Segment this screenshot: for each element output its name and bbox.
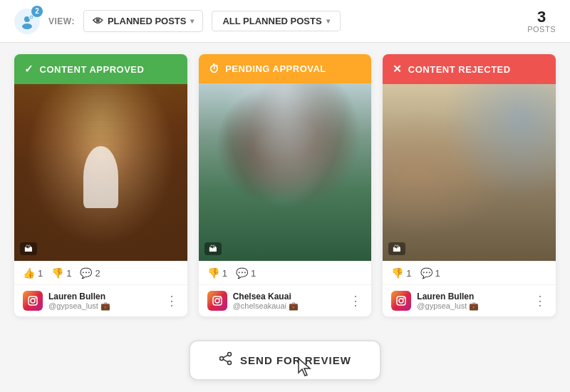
- bottom-bar: SEND FOR REVIEW: [0, 328, 570, 392]
- approved-image: 🏔: [14, 84, 187, 261]
- more-options-approved[interactable]: ⋮: [165, 294, 179, 307]
- filter-dropdown[interactable]: ALL PLANNED POSTS ▾: [212, 11, 340, 31]
- thumbs-up-icon: 👍: [23, 267, 35, 279]
- svg-point-9: [215, 299, 219, 303]
- reactions-rejected: 👎 1 💬 1: [383, 261, 556, 284]
- card-pending: ⏱ PENDING APPROVAL 🏔 👎 1 💬 1: [199, 54, 372, 316]
- x-icon: ✕: [393, 63, 403, 76]
- avatar-badge[interactable]: 2: [14, 9, 40, 34]
- reaction-comment-rejected[interactable]: 💬 1: [420, 267, 440, 279]
- posts-number: 3: [527, 9, 556, 25]
- instagram-icon-approved: [23, 291, 43, 311]
- svg-point-6: [31, 299, 35, 303]
- user-handle-rejected: @gypsea_lust 💼: [417, 301, 528, 311]
- reactions-approved: 👍 1 👎 1 💬 2: [14, 261, 187, 284]
- user-name-rejected: Lauren Bullen: [417, 292, 528, 301]
- rejected-header-label: CONTENT REJECTED: [408, 64, 511, 75]
- view-dropdown[interactable]: 👁 PLANNED POSTS ▾: [83, 10, 204, 32]
- card-header-rejected: ✕ CONTENT REJECTED: [383, 54, 556, 84]
- reaction-dislike-rejected[interactable]: 👎 1: [391, 267, 411, 279]
- badge-count: 2: [31, 6, 43, 17]
- dislike-count-pending: 1: [222, 268, 227, 279]
- rejected-image: 🏔: [383, 84, 556, 261]
- reaction-comment[interactable]: 💬 2: [80, 267, 100, 279]
- user-name-pending: Chelsea Kauai: [233, 292, 344, 301]
- more-options-rejected[interactable]: ⋮: [534, 294, 547, 307]
- instagram-icon-pending: [207, 291, 227, 311]
- view-btn-label: PLANNED POSTS: [108, 16, 187, 26]
- user-info-approved: Lauren Bullen @gypsea_lust 💼: [48, 292, 160, 311]
- user-row-pending: Chelsea Kauai @chelseakauai 💼 ⋮: [199, 284, 372, 316]
- reactions-pending: 👎 1 💬 1: [199, 261, 372, 284]
- posts-label: POSTS: [527, 25, 556, 33]
- svg-point-7: [35, 298, 36, 299]
- clock-icon: ⏱: [209, 63, 220, 75]
- svg-point-1: [22, 24, 32, 29]
- reaction-dislike[interactable]: 👎 1: [51, 267, 71, 279]
- chevron-down-icon: ▾: [190, 17, 194, 25]
- send-review-button[interactable]: SEND FOR REVIEW: [189, 340, 381, 381]
- svg-line-17: [223, 355, 228, 358]
- comment-count: 2: [95, 268, 100, 279]
- thumbs-down-icon: 👎: [51, 267, 63, 279]
- reaction-comment-pending[interactable]: 💬 1: [236, 267, 256, 279]
- pending-image: 🏔: [199, 83, 372, 261]
- user-row-approved: Lauren Bullen @gypsea_lust 💼 ⋮: [14, 284, 187, 316]
- approved-header-label: CONTENT APPROVED: [40, 64, 145, 75]
- comment-count-pending: 1: [251, 268, 256, 279]
- pending-header-label: PENDING APPROVAL: [225, 63, 326, 74]
- instagram-icon-rejected: [391, 291, 411, 311]
- user-info-rejected: Lauren Bullen @gypsea_lust 💼: [417, 292, 528, 311]
- posts-count-area: 3 POSTS: [527, 9, 556, 33]
- svg-point-14: [228, 352, 232, 356]
- image-overlay-icon-rejected: 🏔: [388, 242, 405, 255]
- card-rejected: ✕ CONTENT REJECTED 🏔 👎 1 💬 1: [383, 54, 556, 316]
- thumbs-down-icon-3: 👎: [391, 267, 403, 279]
- svg-point-16: [220, 356, 224, 360]
- suitcase-icon-2: 💼: [289, 301, 299, 311]
- filter-btn-label: ALL PLANNED POSTS: [222, 16, 321, 26]
- like-count: 1: [38, 268, 43, 279]
- image-overlay-icon-approved: 🏔: [20, 242, 37, 255]
- dislike-count: 1: [66, 268, 71, 279]
- card-header-approved: ✓ CONTENT APPROVED: [14, 54, 187, 84]
- suitcase-icon-3: 💼: [469, 301, 479, 311]
- send-review-label: SEND FOR REVIEW: [240, 354, 351, 366]
- comment-icon-3: 💬: [420, 267, 432, 279]
- card-header-pending: ⏱ PENDING APPROVAL: [199, 54, 372, 83]
- user-row-rejected: Lauren Bullen @gypsea_lust 💼 ⋮: [383, 284, 556, 316]
- card-approved: ✓ CONTENT APPROVED 🏔 👍 1 👎 1 💬 2: [14, 54, 187, 316]
- main-content: ✓ CONTENT APPROVED 🏔 👍 1 👎 1 💬 2: [0, 43, 570, 328]
- svg-line-18: [223, 359, 228, 362]
- user-handle-approved: @gypsea_lust 💼: [48, 301, 160, 311]
- comment-icon-2: 💬: [236, 267, 248, 279]
- user-name-approved: Lauren Bullen: [48, 292, 160, 301]
- topbar: 2 VIEW: 👁 PLANNED POSTS ▾ ALL PLANNED PO…: [0, 0, 570, 43]
- more-options-pending[interactable]: ⋮: [349, 294, 363, 307]
- user-info-pending: Chelsea Kauai @chelseakauai 💼: [233, 292, 344, 311]
- svg-point-15: [228, 361, 232, 364]
- checkmark-icon: ✓: [24, 63, 34, 76]
- share-icon: [219, 351, 233, 369]
- thumbs-down-icon-2: 👎: [207, 267, 219, 279]
- svg-point-12: [399, 299, 403, 303]
- view-label: VIEW:: [48, 16, 75, 26]
- dislike-count-rejected: 1: [406, 268, 411, 279]
- svg-point-13: [403, 298, 405, 299]
- user-handle-pending: @chelseakauai 💼: [233, 301, 344, 311]
- comment-count-rejected: 1: [435, 268, 440, 279]
- eye-icon: 👁: [93, 15, 103, 27]
- reaction-dislike-pending[interactable]: 👎 1: [207, 267, 227, 279]
- comment-icon: 💬: [80, 267, 92, 279]
- image-overlay-icon-pending: 🏔: [204, 242, 222, 255]
- svg-point-10: [219, 298, 220, 299]
- chevron-down-icon-2: ▾: [326, 17, 330, 25]
- reaction-like[interactable]: 👍 1: [23, 267, 43, 279]
- suitcase-icon: 💼: [100, 301, 110, 311]
